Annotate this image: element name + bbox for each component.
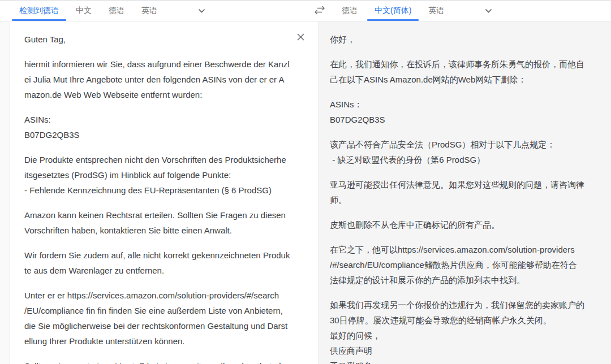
target-language-tabs: 德语 中文(简体) 英语	[319, 1, 611, 21]
paragraph: 亚马逊可能授出任何法律意见。如果您对这些规则的问题，请咨询律 师。	[330, 177, 604, 207]
source-text-panel[interactable]: Guten Tag,hiermit informieren wir Sie, d…	[10, 21, 319, 364]
paragraph: Die Produkte entsprechen nicht den Vorsc…	[24, 152, 294, 198]
paragraph: 在此，我们通知你，在投诉后，该律师事务所朱勇气的报价，而他自 己在以下ASINs…	[330, 57, 604, 87]
chevron-down-icon	[198, 8, 205, 14]
paragraph: 如果我们再发现另一个你报价的违规行为，我们保留您的卖家账户的 30日停牌。屡次违…	[330, 297, 604, 364]
paragraph: 该产品不符合产品安全法（ProdSG）相对于以下几点规定： - 缺乏对欧盟代表的…	[330, 137, 604, 167]
source-language-dropdown[interactable]	[192, 1, 211, 21]
paragraph: hiermit informieren wir Sie, dass aufgru…	[24, 57, 294, 102]
page-left-margin	[0, 21, 10, 364]
translation-panels: Guten Tag,hiermit informieren wir Sie, d…	[0, 21, 611, 364]
swap-arrows-icon	[313, 6, 326, 15]
clear-source-button[interactable]	[295, 31, 306, 42]
translation-result-panel: 你好，在此，我们通知你，在投诉后，该律师事务所朱勇气的报价，而他自 己在以下AS…	[319, 21, 611, 364]
google-translate-app: 检测到德语 中文 德语 英语	[0, 0, 611, 364]
translated-text: 你好，在此，我们通知你，在投诉后，该律师事务所朱勇气的报价，而他自 己在以下AS…	[330, 32, 604, 364]
paragraph: 在它之下，他可以https://services.amazon.com/solu…	[330, 242, 604, 288]
paragraph: ASINs： B07DG2QB3S	[330, 97, 604, 127]
paragraph: 你好，	[330, 32, 604, 47]
tab-detected-german[interactable]: 检测到德语	[12, 1, 66, 21]
tab-source-english[interactable]: 英语	[134, 1, 165, 21]
chevron-down-icon	[485, 8, 492, 14]
paragraph: Guten Tag,	[24, 32, 294, 47]
source-language-tabs: 检测到德语 中文 德语 英语	[0, 1, 319, 21]
tab-target-chinese-simplified[interactable]: 中文(简体)	[367, 1, 419, 21]
paragraph: ASINs: B07DG2QB3S	[24, 112, 294, 142]
paragraph: Unter er er https://services.amazon.com/…	[24, 288, 294, 349]
language-tab-bar: 检测到德语 中文 德语 英语	[0, 1, 611, 21]
target-language-dropdown[interactable]	[479, 1, 498, 21]
paragraph: Sollten wir erneut einen Verstoß bei ein…	[24, 358, 294, 364]
swap-languages-button[interactable]	[310, 1, 329, 20]
paragraph: Amazon kann keinen Rechtsrat erteilen. S…	[24, 207, 294, 238]
close-icon	[296, 33, 305, 41]
tab-source-chinese[interactable]: 中文	[68, 1, 99, 21]
tab-source-german[interactable]: 德语	[101, 1, 132, 21]
source-text[interactable]: Guten Tag,hiermit informieren wir Sie, d…	[24, 32, 294, 364]
paragraph: 皮斯也删除不从仓库中正确标记的所有产品。	[330, 217, 604, 232]
tab-target-german[interactable]: 德语	[334, 1, 365, 21]
tab-target-english[interactable]: 英语	[421, 1, 451, 21]
paragraph: Wir fordern Sie zudem auf, alle nicht ko…	[24, 248, 294, 278]
